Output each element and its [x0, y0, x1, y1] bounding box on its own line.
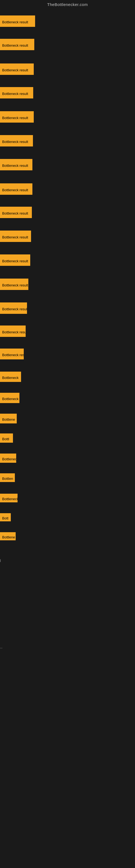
bottleneck-result-item[interactable]: Bottleneck re — [0, 393, 19, 403]
bottleneck-result-item[interactable]: Bottleneck — [0, 494, 17, 502]
bottleneck-result-item[interactable]: Bottleneck result — [0, 183, 32, 195]
bottleneck-result-item[interactable]: Bottleneck result — [0, 135, 33, 147]
bottleneck-result-item[interactable]: Bottleneck result — [0, 16, 35, 27]
bottleneck-result-item[interactable]: Bottlene — [0, 414, 17, 424]
marker: ... — [0, 646, 2, 649]
bottleneck-result-item[interactable]: Bottlen — [0, 473, 15, 482]
bottleneck-result-item[interactable]: Bottlene — [0, 532, 16, 540]
bottleneck-result-item[interactable]: Bottleneck result — [0, 279, 28, 290]
bottleneck-result-item[interactable]: Bottleneck result — [0, 159, 32, 170]
bottleneck-result-item[interactable]: Bottl — [0, 433, 13, 443]
bottleneck-result-item[interactable]: Bottleneck result — [0, 63, 34, 75]
bottleneck-result-item[interactable]: Bottleneck result — [0, 254, 30, 266]
bottleneck-result-item[interactable]: Bottleneck — [0, 372, 21, 382]
bottleneck-result-item[interactable]: Bottleneck result — [0, 39, 34, 50]
bottleneck-result-item[interactable]: Bott — [0, 513, 11, 521]
bottleneck-result-item[interactable]: Bottleneck result — [0, 326, 26, 337]
bottleneck-result-item[interactable]: Bottleneck res — [0, 348, 24, 360]
bottleneck-result-item[interactable]: Bottleneck result — [0, 207, 32, 218]
bottleneck-result-item[interactable]: Bottleneck result — [0, 87, 33, 98]
marker: | — [0, 559, 1, 562]
bottleneck-result-item[interactable]: Bottleneck result — [0, 111, 34, 123]
bottleneck-result-item[interactable]: Bottleneck result — [0, 230, 31, 242]
bottleneck-result-item[interactable]: Bottlenec — [0, 454, 16, 463]
bottleneck-result-item[interactable]: Bottleneck result — [0, 303, 27, 314]
site-title: TheBottlenecker.com — [0, 0, 135, 8]
